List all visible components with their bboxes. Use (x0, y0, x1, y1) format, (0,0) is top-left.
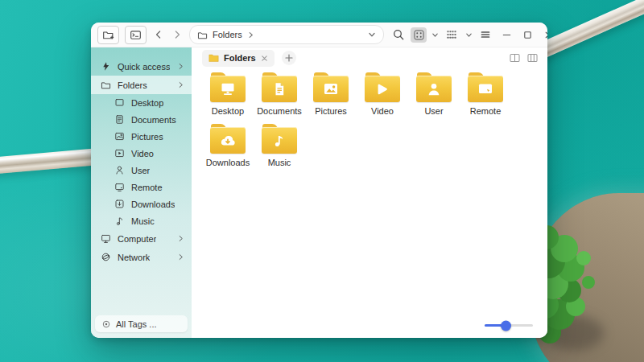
tab-folders[interactable]: Folders (202, 50, 275, 67)
back-icon (153, 29, 164, 40)
sidebar-item-label: Computer (118, 234, 156, 244)
sidebar-item-computer[interactable]: Computer (91, 229, 192, 248)
icon-view-icon (414, 30, 424, 40)
document-glyph-icon (270, 81, 288, 97)
folder-item-remote[interactable]: Remote (460, 72, 510, 116)
sidebar-item-quick-access[interactable]: Quick access (91, 57, 192, 76)
folder-label: Video (371, 106, 394, 116)
music-note-icon (114, 216, 125, 226)
chevron-right-icon[interactable] (177, 253, 184, 261)
sidebar-item-label: Pictures (131, 132, 163, 142)
sidebar: Quick access Folders Desktop (91, 47, 192, 338)
list-view-icon (446, 29, 457, 40)
slider-knob[interactable] (501, 320, 511, 331)
download-icon (114, 199, 125, 209)
sidebar-item-label: Desktop (131, 98, 163, 108)
split-view-icon[interactable] (510, 53, 520, 63)
folder-item-pictures[interactable]: Pictures (306, 72, 356, 116)
folder-item-desktop[interactable]: Desktop (203, 72, 253, 116)
address-bar[interactable]: Folders (189, 25, 384, 44)
all-tags-button[interactable]: All Tags ... (95, 315, 188, 332)
content-area: Folders (192, 47, 547, 338)
folder-item-downloads[interactable]: Downloads (203, 124, 253, 167)
sidebar-item-label: Downloads (131, 200, 175, 209)
chevron-right-icon[interactable] (177, 81, 184, 88)
window-main: Quick access Folders Desktop (91, 47, 547, 338)
close-icon (261, 55, 268, 62)
folder-downloads-icon (210, 124, 246, 154)
tag-icon (101, 319, 111, 329)
folder-desktop-icon (210, 72, 246, 102)
tab-close-button[interactable] (261, 55, 268, 62)
breadcrumb[interactable]: Folders (213, 30, 242, 39)
maximize-icon (522, 30, 533, 40)
minimize-button[interactable] (497, 26, 515, 43)
music-note-glyph-icon (270, 133, 288, 149)
icon-view-button[interactable] (411, 27, 427, 43)
chevron-right-icon[interactable] (177, 235, 184, 242)
document-icon (114, 114, 125, 125)
chevron-down-icon (431, 31, 439, 39)
address-dropdown-icon[interactable] (368, 31, 376, 39)
panel-toggles (510, 53, 538, 63)
sidebar-item-downloads[interactable]: Downloads (91, 195, 192, 212)
search-icon (392, 28, 405, 41)
user-glyph-icon (425, 81, 443, 97)
slider-fill (485, 324, 506, 327)
search-button[interactable] (390, 26, 407, 43)
all-tags-label: All Tags ... (116, 319, 157, 329)
sidebar-item-label: Network (118, 253, 150, 262)
hamburger-menu-icon (480, 29, 491, 40)
sidebar-item-remote[interactable]: Remote (91, 179, 192, 195)
folder-label: Desktop (212, 106, 244, 116)
folder-item-documents[interactable]: Documents (254, 72, 304, 116)
sidebar-item-desktop[interactable]: Desktop (91, 94, 192, 111)
lightning-icon (101, 61, 111, 72)
maximize-button[interactable] (518, 26, 536, 43)
picture-icon (114, 131, 125, 142)
sidebar-item-pictures[interactable]: Pictures (91, 128, 192, 145)
breadcrumb-chevron-icon (247, 31, 254, 39)
chevron-right-icon[interactable] (177, 63, 184, 70)
folder-label: User (424, 106, 443, 116)
titlebar: Folders (91, 23, 547, 47)
forward-button[interactable] (171, 27, 184, 43)
folder-item-video[interactable]: Video (357, 72, 407, 116)
sidebar-item-network[interactable]: Network (91, 248, 192, 266)
folder-item-music[interactable]: Music (254, 124, 304, 167)
folder-remote-icon (468, 72, 503, 102)
close-button[interactable] (539, 26, 547, 43)
tab-label: Folders (224, 53, 256, 63)
slider-track[interactable] (485, 324, 533, 327)
new-folder-button[interactable] (97, 26, 119, 44)
user-icon (114, 165, 125, 175)
list-view-dropdown[interactable] (464, 27, 473, 43)
back-button[interactable] (152, 27, 165, 43)
sidebar-item-label: Music (131, 216, 155, 226)
folder-documents-icon (262, 72, 297, 102)
desktop-icon (114, 97, 125, 108)
picture-glyph-icon (322, 81, 340, 97)
icon-view-dropdown[interactable] (430, 27, 440, 43)
new-tab-button[interactable] (282, 51, 296, 65)
sidebar-item-video[interactable]: Video (91, 145, 192, 162)
titlebar-right-controls (390, 26, 547, 43)
folder-item-user[interactable]: User (409, 72, 459, 116)
list-view-button[interactable] (443, 26, 460, 43)
desktop-glyph-icon (219, 81, 237, 97)
folder-music-icon (262, 124, 297, 154)
sidebar-item-documents[interactable]: Documents (91, 111, 192, 128)
folder-grid: Desktop (192, 68, 547, 175)
sidebar-item-label: Video (131, 149, 154, 158)
sidebar-item-user[interactable]: User (91, 162, 192, 179)
icon-size-slider[interactable] (485, 320, 533, 331)
plus-icon (285, 54, 293, 62)
play-glyph-icon (374, 81, 391, 97)
sidebar-item-folders[interactable]: Folders (91, 76, 192, 94)
column-view-icon[interactable] (527, 53, 538, 63)
chevron-down-icon (465, 31, 473, 39)
menu-button[interactable] (477, 26, 494, 43)
open-terminal-button[interactable] (125, 26, 147, 44)
sidebar-item-music[interactable]: Music (91, 212, 192, 229)
video-icon (114, 148, 125, 158)
